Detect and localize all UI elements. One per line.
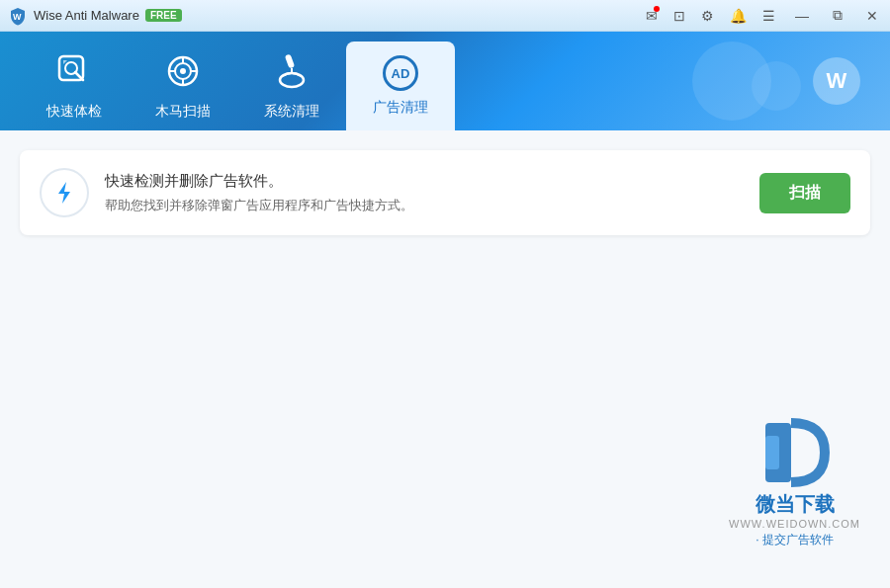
tab-quick-scan[interactable]: 快速体检 — [20, 42, 129, 130]
tab-system-clean[interactable]: 系统清理 — [237, 42, 346, 130]
system-clean-icon — [273, 52, 311, 95]
monitor-icon[interactable]: ⊡ — [673, 8, 685, 24]
settings-icon[interactable]: ⚙ — [701, 8, 714, 24]
title-left: W Wise Anti Malware FREE — [8, 6, 182, 26]
lightning-icon-circle — [40, 168, 89, 217]
nav-decoration2 — [752, 61, 801, 111]
nav-bar: 快速体检 木马扫描 系统清理 — [0, 32, 890, 130]
tab-trojan-scan-label: 木马扫描 — [155, 103, 211, 121]
mail-icon[interactable]: ✉ — [646, 8, 658, 24]
svg-rect-16 — [765, 436, 779, 469]
tab-ad-clean[interactable]: AD 广告清理 — [346, 42, 455, 130]
info-title: 快速检测并删除广告软件。 — [105, 172, 744, 191]
main-content: 快速检测并删除广告软件。 帮助您找到并移除弹窗广告应用程序和广告快捷方式。 扫描… — [0, 130, 890, 588]
info-subtitle: 帮助您找到并移除弹窗广告应用程序和广告快捷方式。 — [105, 197, 744, 214]
trojan-scan-icon — [164, 52, 202, 95]
title-bar: W Wise Anti Malware FREE ✉ ⊡ ⚙ 🔔 ☰ — ⧉ ✕ — [0, 0, 890, 32]
ad-clean-icon: AD — [383, 55, 418, 91]
bell-icon[interactable]: 🔔 — [730, 8, 747, 24]
menu-icon[interactable]: ☰ — [762, 8, 775, 24]
watermark-text1: 微当下载 — [729, 491, 860, 518]
scan-button[interactable]: 扫描 — [759, 173, 850, 213]
svg-marker-14 — [58, 182, 70, 204]
info-text-block: 快速检测并删除广告软件。 帮助您找到并移除弹窗广告应用程序和广告快捷方式。 — [105, 172, 744, 214]
svg-rect-11 — [285, 53, 295, 68]
quick-scan-icon — [55, 52, 93, 95]
svg-point-6 — [180, 68, 186, 74]
watermark-logo — [760, 418, 830, 487]
close-button[interactable]: ✕ — [862, 6, 882, 26]
title-controls: ✉ ⊡ ⚙ 🔔 ☰ — ⧉ ✕ — [646, 5, 882, 26]
tab-system-clean-label: 系统清理 — [264, 103, 319, 121]
restore-button[interactable]: ⧉ — [829, 5, 846, 26]
free-badge: FREE — [145, 9, 182, 22]
tab-quick-scan-label: 快速体检 — [46, 103, 102, 121]
watermark-link[interactable]: · 提交广告软件 — [756, 533, 834, 546]
minimize-button[interactable]: — — [791, 6, 813, 26]
watermark: 微当下载 WWW.WEIDOWN.COM · 提交广告软件 — [729, 418, 860, 548]
app-title: Wise Anti Malware — [34, 8, 139, 23]
nav-decoration — [692, 42, 771, 121]
tab-trojan-scan[interactable]: 木马扫描 — [129, 42, 237, 130]
app-logo-icon: W — [8, 6, 28, 26]
watermark-text2: WWW.WEIDOWN.COM — [729, 518, 860, 530]
info-card: 快速检测并删除广告软件。 帮助您找到并移除弹窗广告应用程序和广告快捷方式。 扫描 — [20, 150, 870, 235]
user-avatar[interactable]: W — [813, 57, 860, 105]
svg-rect-15 — [765, 423, 791, 482]
tab-ad-clean-label: 广告清理 — [373, 99, 428, 117]
svg-text:W: W — [13, 12, 22, 22]
